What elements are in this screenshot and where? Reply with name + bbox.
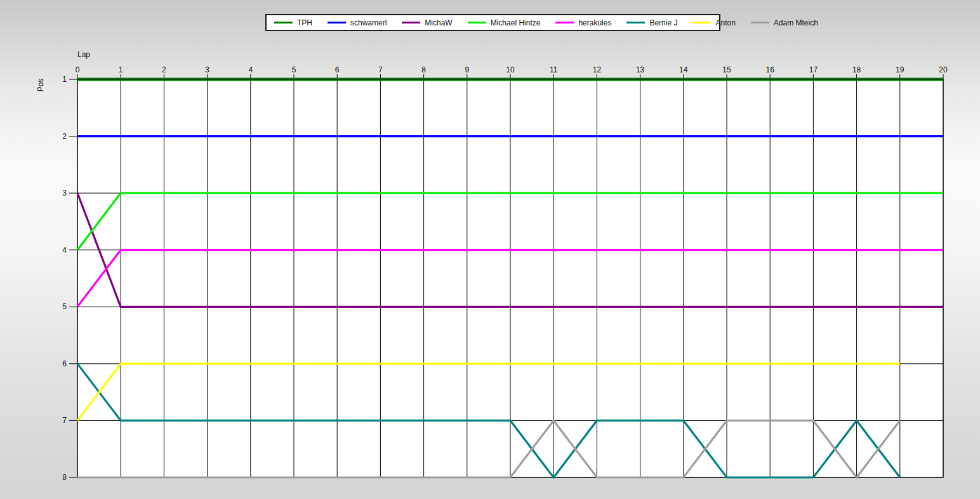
x-tick-label: 19 (896, 65, 904, 74)
x-tick-label: 13 (636, 65, 645, 74)
x-tick-label: 16 (766, 65, 775, 74)
y-tick-label: 4 (62, 246, 67, 255)
y-tick-label: 1 (62, 75, 67, 84)
y-tick-label: 7 (62, 416, 67, 425)
race-position-chart-window: { "window": { "background_top": "#c8c8c8… (0, 0, 980, 499)
y-tick-label: 6 (62, 359, 67, 368)
x-tick-label: 4 (248, 65, 253, 74)
x-tick-label: 6 (335, 65, 340, 74)
position-line-chart: 0123456789101112131415161718192012345678 (0, 0, 980, 499)
x-tick-label: 7 (378, 65, 383, 74)
x-tick-label: 0 (76, 65, 80, 74)
x-tick-label: 18 (852, 65, 861, 74)
x-tick-label: 15 (722, 65, 731, 74)
y-tick-label: 2 (62, 132, 67, 141)
x-tick-label: 10 (506, 65, 515, 74)
y-tick-label: 8 (62, 473, 67, 482)
x-tick-label: 2 (162, 65, 166, 74)
x-tick-label: 20 (939, 65, 948, 74)
x-tick-label: 14 (679, 65, 688, 74)
x-tick-label: 5 (292, 65, 296, 74)
x-tick-label: 1 (119, 65, 123, 74)
x-tick-label: 3 (205, 65, 209, 74)
x-tick-label: 9 (465, 65, 469, 74)
y-tick-label: 5 (62, 302, 67, 311)
x-tick-label: 12 (593, 65, 602, 74)
x-tick-label: 8 (421, 65, 426, 74)
x-tick-label: 11 (550, 65, 558, 74)
x-tick-label: 17 (809, 65, 818, 74)
y-tick-label: 3 (62, 189, 67, 197)
